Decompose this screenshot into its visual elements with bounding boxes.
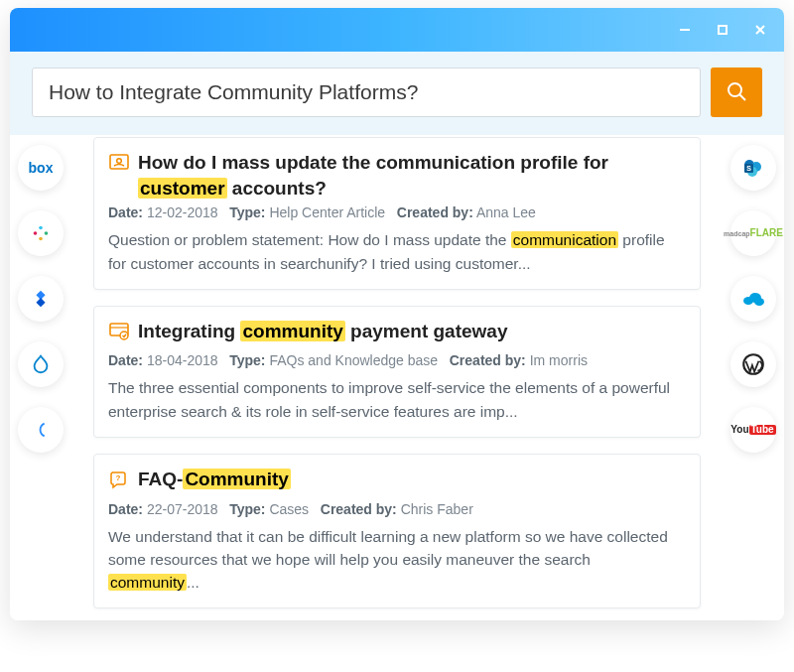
sources-right: S madcapFLARE YouTube (730, 145, 776, 620)
meta-author-label: Created by: (450, 352, 526, 368)
result-card: Integrating community payment gateway Da… (93, 306, 701, 438)
snippet-highlight: community (108, 574, 187, 591)
source-slack-icon[interactable] (18, 210, 64, 256)
meta-date: 22-07-2018 (147, 501, 218, 517)
meta-type-label: Type: (229, 501, 265, 517)
title-pre: How do I mass update the communication p… (138, 152, 608, 173)
result-meta: Date: 12-02-2018 Type: Help Center Artic… (108, 204, 684, 220)
search-button[interactable] (711, 67, 762, 117)
window-close-button[interactable] (752, 22, 768, 38)
source-drupal-icon[interactable] (18, 341, 64, 387)
meta-type: Cases (269, 501, 309, 517)
window-maximize-button[interactable] (715, 22, 730, 38)
svg-line-5 (740, 94, 746, 100)
result-snippet: We understand that it can be difficult l… (108, 525, 684, 595)
meta-type: Help Center Article (269, 204, 385, 220)
title-post: payment gateway (345, 321, 508, 341)
svg-rect-8 (45, 231, 49, 235)
meta-author: Im morris (530, 352, 588, 368)
svg-rect-20 (110, 155, 128, 169)
snippet-highlight: communication (511, 231, 618, 248)
meta-date-label: Date: (108, 352, 143, 368)
meta-date: 18-04-2018 (147, 352, 218, 368)
sources-left: box (18, 145, 64, 620)
meta-author-label: Created by: (397, 204, 473, 220)
title-pre: FAQ- (138, 469, 183, 489)
result-card: ? FAQ-Community Date: 22-07-2018 Type: C… (93, 454, 701, 608)
title-highlight: customer (138, 178, 227, 199)
kb-icon (108, 321, 130, 349)
result-card: How do I mass update the communication p… (93, 137, 701, 290)
meta-author-label: Created by: (321, 501, 397, 517)
window-minimize-button[interactable] (677, 22, 693, 38)
source-wordpress-icon[interactable] (730, 341, 776, 387)
result-title[interactable]: ? FAQ-Community (108, 467, 684, 497)
svg-rect-1 (719, 26, 727, 34)
svg-text:?: ? (116, 473, 121, 482)
source-flare-icon[interactable]: madcapFLARE (730, 210, 776, 256)
snippet-pre: We understand that it can be difficult l… (108, 528, 668, 568)
search-icon (725, 79, 748, 106)
title-highlight: community (240, 321, 344, 341)
source-salesforce-icon[interactable] (730, 276, 776, 322)
meta-date-label: Date: (108, 501, 143, 517)
source-jira-icon[interactable] (18, 276, 64, 322)
source-curve-icon[interactable] (18, 407, 64, 453)
meta-author: Chris Faber (401, 501, 473, 517)
source-box-icon[interactable]: box (18, 145, 64, 191)
result-meta: Date: 18-04-2018 Type: FAQs and Knowledg… (108, 352, 684, 368)
svg-rect-6 (34, 231, 38, 235)
result-title[interactable]: Integrating community payment gateway (108, 319, 684, 349)
meta-type-label: Type: (229, 204, 265, 220)
case-icon: ? (108, 469, 130, 497)
title-pre: Integrating (138, 321, 240, 341)
result-snippet: The three essential components to improv… (108, 376, 684, 423)
meta-type: FAQs and Knowledge base (269, 352, 438, 368)
result-meta: Date: 22-07-2018 Type: Cases Created by:… (108, 501, 684, 517)
source-sharepoint-icon[interactable]: S (730, 145, 776, 191)
meta-date: 12-02-2018 (147, 204, 218, 220)
svg-point-24 (120, 332, 128, 339)
meta-type-label: Type: (229, 352, 265, 368)
meta-date-label: Date: (108, 204, 143, 220)
svg-point-21 (117, 159, 122, 164)
snippet-pre: Question or problem statement: How do I … (108, 231, 511, 248)
results-area: box S madcapFLARE (10, 135, 784, 620)
svg-rect-7 (39, 226, 43, 230)
svg-rect-9 (39, 237, 43, 241)
source-youtube-icon[interactable]: YouTube (730, 407, 776, 453)
search-bar (10, 52, 784, 135)
app-window: box S madcapFLARE (10, 8, 784, 620)
result-title[interactable]: How do I mass update the communication p… (108, 150, 684, 201)
result-snippet: Question or problem statement: How do I … (108, 228, 684, 275)
titlebar (10, 8, 784, 52)
result-list: How do I mass update the communication p… (93, 137, 701, 608)
snippet-pre: The three essential components to improv… (108, 379, 670, 419)
svg-point-4 (728, 83, 741, 96)
title-post: accounts? (227, 178, 327, 199)
snippet-post: ... (187, 574, 199, 591)
search-input[interactable] (32, 67, 701, 117)
meta-author: Anna Lee (476, 204, 536, 220)
svg-text:S: S (746, 165, 751, 172)
title-highlight: Community (183, 469, 291, 489)
article-icon (108, 152, 130, 181)
svg-point-17 (754, 298, 764, 306)
